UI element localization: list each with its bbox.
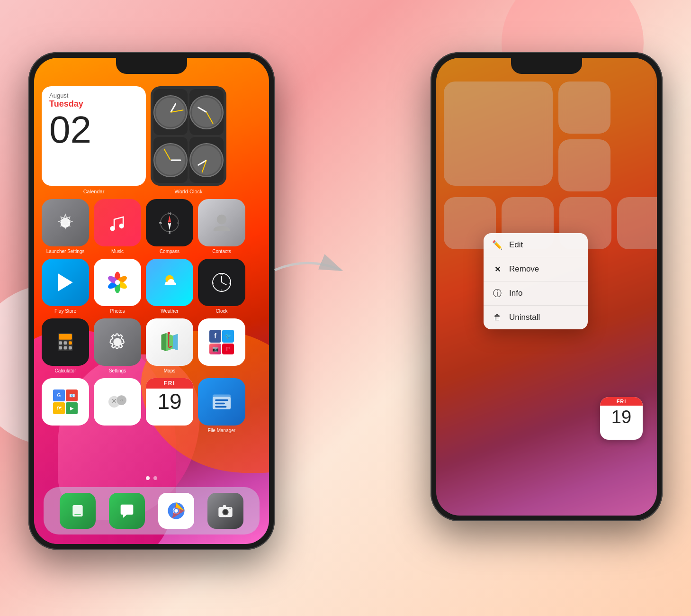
calendar-day-name: Tuesday xyxy=(49,99,138,109)
app-calculator[interactable]: Calculator xyxy=(42,318,89,366)
svg-rect-48 xyxy=(215,406,226,408)
app-settings2-label: Settings xyxy=(94,368,141,373)
calendar-widget[interactable]: August Tuesday 02 Calendar xyxy=(42,86,146,186)
svg-rect-28 xyxy=(59,334,72,340)
clock-2 xyxy=(189,89,224,135)
svg-rect-46 xyxy=(215,399,228,401)
app-playstore[interactable]: Play Store xyxy=(42,259,89,306)
maps-icon xyxy=(157,330,182,354)
clock-widget[interactable]: World Clock xyxy=(151,86,226,186)
svg-text:S: S xyxy=(169,231,171,234)
app-row-3: Calculator Settings xyxy=(42,318,261,366)
svg-rect-32 xyxy=(59,346,62,350)
svg-marker-38 xyxy=(173,334,178,351)
dock-chrome[interactable] xyxy=(158,493,194,529)
right-phone-screen: Edit Remove Info Uninstall FRI 19 xyxy=(436,58,657,516)
blurred-icon-2 xyxy=(558,139,610,191)
svg-point-10 xyxy=(217,215,227,225)
app-files-label: File Manager xyxy=(198,428,245,433)
app-maps-label: Maps xyxy=(146,368,193,373)
app-launcher-settings[interactable]: Launcher Settings xyxy=(42,199,89,246)
app-weather-label: Weather xyxy=(146,308,193,314)
dot-1 xyxy=(146,476,150,480)
menu-info-label: Info xyxy=(509,289,522,298)
app-photos[interactable]: Photos xyxy=(94,259,141,306)
messages-icon xyxy=(117,501,136,520)
app-contacts[interactable]: Contacts xyxy=(198,199,245,246)
svg-marker-11 xyxy=(58,273,72,291)
svg-text:9: 9 xyxy=(213,281,215,284)
clock-1 xyxy=(153,89,188,135)
svg-point-52 xyxy=(174,509,178,512)
blurred-row-1 xyxy=(444,82,649,191)
contacts-icon xyxy=(209,210,234,235)
app-google[interactable]: G 📧 🗺 ▶ Google xyxy=(42,378,89,426)
app-row-4: G 📧 🗺 ▶ Google ✕ ○ xyxy=(42,378,261,426)
right-calendar-widget[interactable]: FRI 19 xyxy=(600,397,643,440)
playstore-icon xyxy=(53,270,78,295)
svg-rect-57 xyxy=(229,507,231,509)
svg-rect-56 xyxy=(223,505,226,507)
dock-camera[interactable] xyxy=(207,493,243,529)
blurred-apps xyxy=(444,82,649,255)
app-clock[interactable]: 12 3 6 9 Clock xyxy=(198,259,245,306)
svg-text:N: N xyxy=(169,212,171,215)
svg-marker-4 xyxy=(168,215,171,223)
menu-info[interactable]: Info xyxy=(484,281,588,306)
dock-messages[interactable] xyxy=(109,493,145,529)
app-playstore-label: Play Store xyxy=(42,308,89,314)
app-social[interactable]: f 🐦 📷 P Social xyxy=(198,318,245,366)
app-maps[interactable]: Maps xyxy=(146,318,193,366)
app-clock-label: Clock xyxy=(198,308,245,314)
svg-point-55 xyxy=(223,510,227,514)
app-launcher-settings-label: Launcher Settings xyxy=(42,249,89,254)
menu-uninstall[interactable]: Uninstall xyxy=(484,306,588,329)
settings2-icon xyxy=(105,330,130,354)
blurred-icon-6 xyxy=(617,197,657,249)
app-calculator-label: Calculator xyxy=(42,368,89,373)
menu-edit[interactable]: Edit xyxy=(484,233,588,257)
clock-label: World Clock xyxy=(151,189,226,194)
app-files[interactable]: File Manager xyxy=(198,378,245,426)
svg-text:W: W xyxy=(159,221,162,225)
app-game[interactable]: ✕ ○ Game xyxy=(94,378,141,426)
app-row-1: Launcher Settings Music N xyxy=(42,199,261,246)
music-icon xyxy=(105,210,130,235)
app-calendar-small[interactable]: FRI 19 xyxy=(146,378,193,426)
dock-phone[interactable] xyxy=(60,493,96,529)
left-phone: August Tuesday 02 Calendar xyxy=(28,52,275,550)
phone-icon xyxy=(68,501,87,520)
page-dots xyxy=(146,476,157,480)
notch-right xyxy=(511,58,582,74)
app-photos-label: Photos xyxy=(94,308,141,314)
info-icon xyxy=(492,288,503,299)
svg-rect-34 xyxy=(69,346,72,350)
app-compass-label: Compass xyxy=(146,249,193,254)
calendar-label: Calendar xyxy=(42,189,146,194)
svg-point-2 xyxy=(119,224,124,228)
settings-icon xyxy=(53,210,78,235)
blurred-icon-big xyxy=(444,82,553,186)
context-menu: Edit Remove Info Uninstall xyxy=(484,233,588,329)
app-weather[interactable]: Weather xyxy=(146,259,193,306)
svg-marker-5 xyxy=(168,223,171,230)
menu-edit-label: Edit xyxy=(509,240,523,250)
right-cal-day: FRI xyxy=(600,397,643,406)
svg-text:○: ○ xyxy=(120,398,123,403)
home-grid: August Tuesday 02 Calendar xyxy=(42,82,261,438)
dot-2 xyxy=(153,476,157,480)
menu-remove-label: Remove xyxy=(509,264,539,274)
left-phone-screen: August Tuesday 02 Calendar xyxy=(34,58,269,544)
chrome-icon xyxy=(166,500,187,521)
svg-point-35 xyxy=(113,338,121,346)
app-compass[interactable]: N S W E Compass xyxy=(146,199,193,246)
menu-uninstall-label: Uninstall xyxy=(509,313,540,322)
svg-rect-33 xyxy=(64,346,67,350)
clock-3 xyxy=(153,137,188,183)
calculator-icon xyxy=(53,330,78,354)
svg-rect-30 xyxy=(64,341,67,344)
app-settings2[interactable]: Settings xyxy=(94,318,141,366)
widgets-row: August Tuesday 02 Calendar xyxy=(42,86,261,186)
menu-remove[interactable]: Remove xyxy=(484,257,588,281)
app-music[interactable]: Music xyxy=(94,199,141,246)
